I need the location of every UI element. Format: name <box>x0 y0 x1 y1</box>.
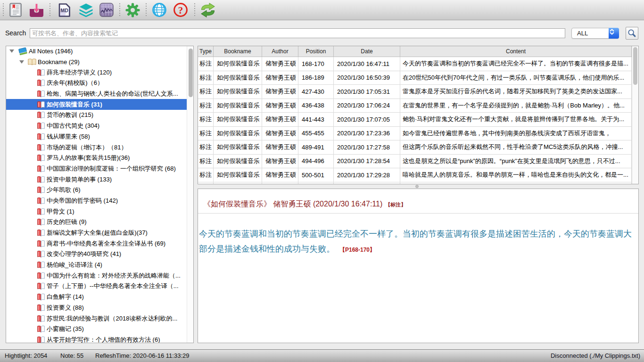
table-cell[interactable]: 如何假装懂音乐 <box>214 99 262 113</box>
refresh-button[interactable] <box>199 3 216 19</box>
table-cell[interactable]: 如何假装懂音乐 <box>214 113 262 127</box>
table-cell[interactable]: 2020/1/30 17:28:54 <box>334 155 400 169</box>
import-button[interactable] <box>29 3 44 19</box>
table-cell[interactable]: 储智勇王硕 <box>262 155 298 169</box>
disclosure-triangle-icon[interactable] <box>9 49 14 53</box>
tree-item-book[interactable]: 小窗幽记 (35) <box>6 324 187 335</box>
table-cell[interactable]: 如何假装懂音乐 <box>214 57 262 71</box>
tree-item-book[interactable]: 新编说文解字大全集(超值白金版)(37) <box>6 228 187 239</box>
tree-item-book[interactable]: 杨伯峻_论语译注 (4) <box>6 260 187 271</box>
table-cell[interactable]: 储智勇王硕 <box>262 113 298 127</box>
table-cell[interactable]: 标注 <box>198 57 214 71</box>
tree-item-book[interactable]: 中央帝国的哲学密码 (142) <box>6 196 187 206</box>
column-header-date[interactable]: Date <box>334 46 400 57</box>
table-cell[interactable]: 标注 <box>198 85 214 99</box>
table-cell[interactable]: 436-438 <box>298 99 334 113</box>
table-cell[interactable]: 储智勇王硕 <box>262 99 298 113</box>
tree-item-book[interactable]: 中国为什么有前途：对外经济关系的战略潜能（... <box>6 270 187 281</box>
table-cell[interactable]: 2020/1/30 16:47:11 <box>334 57 400 71</box>
table-cell[interactable]: 储智勇王硕 <box>262 140 298 155</box>
tree-item-book[interactable]: 白鱼解字 (14) <box>6 292 187 303</box>
table-cell[interactable]: 在20世纪50年代到70年代之间，有过一类乐队，叫节奏蓝调乐队，他们使用的乐..… <box>400 71 632 85</box>
table-cell[interactable]: 标注 <box>198 155 214 169</box>
tree-item-book[interactable]: 罗马人的故事(套装共15册)(36) <box>6 153 187 164</box>
tree-scrollbar[interactable] <box>187 46 193 343</box>
table-cell[interactable]: 2020/1/30 17:07:05 <box>334 113 400 127</box>
table-cell[interactable]: 标注 <box>198 71 214 85</box>
tree-item-book[interactable]: 市场的逻辑（增订本）（81） <box>6 142 187 153</box>
table-cell[interactable]: 2020/1/30 17:23:36 <box>334 127 400 141</box>
table-cell[interactable]: 但这两个乐队的音乐听起来截然不同，性手枪沿袭了MC5这类乐队的风格，冲撞... <box>400 140 632 155</box>
table-cell[interactable]: 如何假装懂音乐 <box>214 85 262 99</box>
tree-item-book[interactable]: 从零开始学写作：个人增值的有效方法 (6) <box>6 335 187 343</box>
table-cell[interactable]: 2020/1/30 17:06:24 <box>334 99 400 113</box>
tree-item-book[interactable]: 少年凯歌 (6) <box>6 185 187 196</box>
table-cell[interactable]: 储智勇王硕 <box>262 127 298 141</box>
tree-item-book[interactable]: 商君书-中华经典名著全本全注全译丛书 (69) <box>6 238 187 249</box>
tree-item-book[interactable]: 中国国家治理的制度逻辑：一个组织学研究 (68) <box>6 164 187 174</box>
table-cell[interactable]: 这也是朋克之所以是“punk”的原因。“punk”在英文里是流氓阿飞的意思，只不… <box>400 155 632 169</box>
table-cell[interactable]: 嘻哈就是黑人的朋克音乐。和最早的朋克一样，嘻哈也是来自街头的文化，都是一... <box>400 168 632 182</box>
table-cell[interactable]: 2020/1/30 17:05:31 <box>334 85 400 99</box>
table-cell[interactable]: 2020/1/30 17:29:28 <box>334 168 400 182</box>
tree-item-all-notes[interactable]: All Notes (1946) <box>6 46 187 57</box>
table-cell[interactable]: 2020/1/30 17:27:58 <box>334 140 400 155</box>
search-filter-select[interactable]: ALL <box>571 28 619 39</box>
table-cell[interactable]: 今天的节奏蓝调和当初的节奏蓝调已经完全不一样了。当初的节奏蓝调有很多是描... <box>400 57 632 71</box>
table-cell[interactable]: 如何假装懂音乐 <box>214 127 262 141</box>
table-cell[interactable]: 标注 <box>198 127 214 141</box>
splitter-handle-icon[interactable] <box>415 185 419 188</box>
tree-item-book[interactable]: 管子（上下册）--中华经典名著全本全注全译（... <box>6 281 187 292</box>
table-cell[interactable]: 427-430 <box>298 85 334 99</box>
tree-item-book[interactable]: 改变心理学的40项研究 (41) <box>6 249 187 260</box>
settings-button[interactable] <box>125 3 140 19</box>
website-button[interactable] <box>152 2 167 19</box>
table-cell[interactable]: 储智勇王硕 <box>262 85 298 99</box>
tree-item-book[interactable]: 苏世民:我的经验与教训（2018读桥水达利欧的... <box>6 313 187 324</box>
search-input[interactable] <box>30 28 565 38</box>
table-cell[interactable]: 如今雷鬼已经传遍世界各地，其中传到南美的那条线演变成了西班牙语雷鬼， <box>400 127 632 141</box>
table-cell[interactable]: 如何假装懂音乐 <box>214 155 262 169</box>
table-cell[interactable]: 储智勇王硕 <box>262 71 298 85</box>
tree-item-book[interactable]: 投资中最简单的事 (133) <box>6 174 187 185</box>
tree-scrollbar-thumb[interactable] <box>189 49 193 97</box>
table-cell[interactable]: 2020/1/30 16:50:39 <box>334 71 400 85</box>
table-cell[interactable]: 441-443 <box>298 113 334 127</box>
table-cell[interactable]: 标注 <box>198 99 214 113</box>
column-header-content[interactable]: Content <box>400 46 632 57</box>
markdown-export-button[interactable]: MD <box>57 3 71 19</box>
table-cell[interactable]: 在雷鬼的世界里，有一个名字是必须提到的，就是鲍勃·马利（Bob Marley）。… <box>400 99 632 113</box>
column-header-author[interactable]: Author <box>262 46 298 57</box>
table-cell[interactable]: 168-170 <box>298 57 334 71</box>
table-cell[interactable]: 雷鬼原本是牙买加流行音乐的代名词，随着牙买加移民到了英美之类的发达国家... <box>400 85 632 99</box>
tree-item-book[interactable]: 枪炮、病菌与钢铁:人类社会的命运(世纪人文系... <box>6 89 187 99</box>
disclosure-triangle-icon[interactable] <box>19 60 24 64</box>
search-button[interactable] <box>626 27 638 40</box>
table-cell[interactable]: 储智勇王硕 <box>262 168 298 182</box>
table-cell[interactable]: 如何假装懂音乐 <box>214 71 262 85</box>
table-cell[interactable]: 186-189 <box>298 71 334 85</box>
tree-item-book[interactable]: 中国古代简史 (304) <box>6 121 187 132</box>
table-cell[interactable]: 如何假装懂音乐 <box>214 168 262 182</box>
table-cell[interactable]: 500-501 <box>298 168 334 182</box>
table-cell[interactable]: 如何假装懂音乐 <box>214 140 262 155</box>
tree-item-book[interactable]: 钱从哪里来 (58) <box>6 132 187 142</box>
tree-item-book[interactable]: 货币的教训 (215) <box>6 110 187 121</box>
reader-notes-button[interactable] <box>9 3 22 19</box>
table-cell[interactable]: 储智勇王硕 <box>262 57 298 71</box>
tree-item-book[interactable]: 历史的巨镜 (9) <box>6 217 187 228</box>
table-cell[interactable]: 标注 <box>198 168 214 182</box>
tree-item-book[interactable]: 如何假装懂音乐 (31) <box>6 99 187 110</box>
column-header-position[interactable]: Position <box>298 46 334 57</box>
tree-item-bookname-group[interactable]: Bookname (29) <box>6 57 187 67</box>
table-scrollbar[interactable] <box>632 46 638 184</box>
table-cell[interactable]: 489-491 <box>298 140 334 155</box>
column-header-bookname[interactable]: Bookname <box>214 46 262 57</box>
tree-item-book[interactable]: 薛兆丰经济学讲义 (120) <box>6 67 187 78</box>
tree-item-book[interactable]: 投资要义 (88) <box>6 303 187 313</box>
layers-merge-button[interactable] <box>79 3 93 19</box>
table-cell[interactable]: 494-496 <box>298 155 334 169</box>
table-cell[interactable]: 标注 <box>198 113 214 127</box>
table-cell[interactable]: 标注 <box>198 140 214 155</box>
tree-item-book[interactable]: 庆余年(精校版)（6） <box>6 78 187 89</box>
